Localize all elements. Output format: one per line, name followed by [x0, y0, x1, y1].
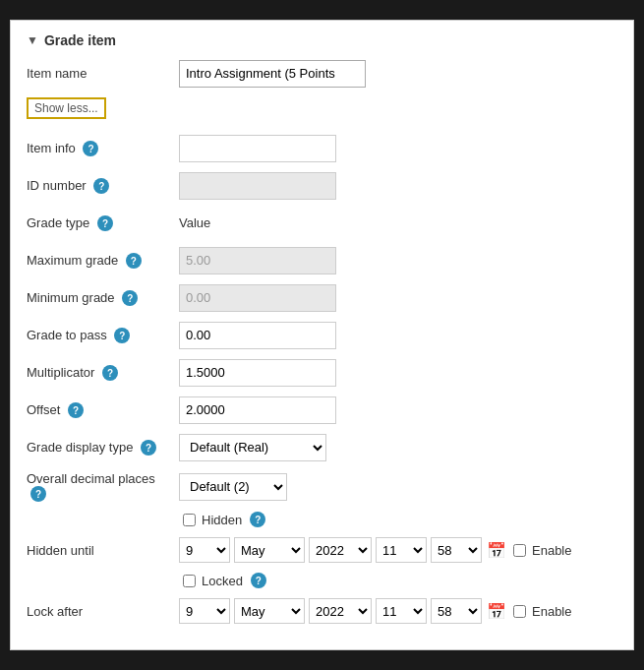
grade-type-help-icon[interactable]: ? [97, 215, 113, 231]
lock-after-day-select[interactable]: 9 [179, 598, 230, 624]
id-number-input-col [179, 172, 617, 200]
grade-display-type-row: Grade display type ? Default (Real) [27, 434, 617, 461]
item-info-row: Item info ? [27, 135, 617, 162]
max-grade-input-col [179, 247, 617, 274]
hidden-until-year-select[interactable]: 2022 [309, 537, 372, 563]
decimal-places-select-col: Default (2) [179, 473, 617, 501]
lock-after-row: Lock after 9 May 2022 11 58 📅 Enable [27, 598, 617, 624]
offset-help-icon[interactable]: ? [68, 402, 84, 418]
grade-type-row: Grade type ? Value [27, 210, 617, 237]
grade-display-type-select-col: Default (Real) [179, 434, 617, 461]
decimal-places-select[interactable]: Default (2) [179, 473, 287, 501]
hidden-until-label: Hidden until [27, 543, 179, 558]
item-name-row: Item name [27, 60, 617, 88]
grade-to-pass-help-icon[interactable]: ? [114, 328, 130, 343]
decimal-places-help-icon[interactable]: ? [30, 486, 46, 502]
hidden-until-day-select[interactable]: 9 [179, 537, 230, 563]
decimal-places-row: Overall decimal places ? Default (2) [27, 471, 617, 503]
multiplicator-row: Multiplicator ? [27, 359, 617, 387]
item-info-input-col [179, 135, 617, 162]
item-info-label: Item info ? [27, 141, 179, 157]
item-name-label: Item name [27, 66, 179, 81]
id-number-row: ID number ? [27, 172, 617, 200]
hidden-row: Hidden ? [27, 512, 617, 527]
lock-after-enable-label: Enable [532, 604, 571, 619]
item-name-input[interactable] [179, 60, 366, 88]
locked-checkbox[interactable] [183, 575, 196, 587]
decimal-places-label: Overall decimal places ? [27, 471, 179, 503]
lock-after-year-select[interactable]: 2022 [309, 598, 372, 624]
max-grade-input[interactable] [179, 247, 336, 274]
min-grade-help-icon[interactable]: ? [122, 290, 138, 306]
lock-after-label: Lock after [27, 604, 179, 619]
grade-to-pass-input[interactable] [179, 322, 336, 349]
hidden-until-enable-label: Enable [532, 543, 571, 558]
lock-after-month-select[interactable]: May [234, 598, 305, 624]
hidden-until-enable-checkbox[interactable] [513, 544, 526, 557]
offset-label: Offset ? [27, 402, 179, 419]
multiplicator-input-col [179, 359, 617, 387]
hidden-until-controls: 9 May 2022 11 58 📅 Enable [179, 537, 571, 563]
grade-display-type-label: Grade display type ? [27, 440, 179, 457]
hidden-checkbox[interactable] [183, 514, 196, 526]
hidden-help-icon[interactable]: ? [250, 512, 265, 527]
min-grade-row: Minimum grade ? [27, 284, 617, 312]
toggle-icon[interactable]: ▼ [27, 33, 38, 47]
multiplicator-input[interactable] [179, 359, 336, 387]
offset-input[interactable] [179, 396, 336, 424]
lock-after-calendar-icon[interactable]: 📅 [486, 600, 507, 622]
hidden-until-hour-select[interactable]: 11 [376, 537, 427, 563]
hidden-until-row: Hidden until 9 May 2022 11 58 📅 Enable [27, 537, 617, 563]
show-less-button[interactable]: Show less... [27, 97, 106, 119]
multiplicator-help-icon[interactable]: ? [102, 365, 118, 381]
offset-input-col [179, 396, 617, 424]
locked-help-icon[interactable]: ? [251, 573, 266, 588]
id-number-input[interactable] [179, 172, 336, 200]
grade-item-panel: ▼ Grade item Item name Show less... Item… [10, 20, 634, 651]
id-number-label: ID number ? [27, 178, 179, 195]
max-grade-label: Maximum grade ? [27, 253, 179, 270]
item-info-help-icon[interactable]: ? [83, 141, 98, 156]
grade-type-label: Grade type ? [27, 215, 179, 232]
max-grade-help-icon[interactable]: ? [126, 253, 142, 269]
hidden-until-month-select[interactable]: May [234, 537, 305, 563]
locked-row: Locked ? [27, 573, 617, 588]
min-grade-input[interactable] [179, 284, 336, 312]
grade-type-value: Value [179, 215, 617, 230]
offset-row: Offset ? [27, 396, 617, 424]
lock-after-minute-select[interactable]: 58 [431, 598, 482, 624]
item-name-input-col [179, 60, 617, 88]
min-grade-input-col [179, 284, 617, 312]
item-info-input[interactable] [179, 135, 336, 162]
grade-display-type-help-icon[interactable]: ? [141, 440, 156, 456]
locked-label: Locked [202, 574, 243, 588]
grade-display-type-select[interactable]: Default (Real) [179, 434, 326, 461]
hidden-label: Hidden [202, 513, 242, 527]
multiplicator-label: Multiplicator ? [27, 365, 179, 382]
id-number-help-icon[interactable]: ? [93, 178, 109, 194]
section-header: ▼ Grade item [27, 32, 617, 48]
grade-to-pass-row: Grade to pass ? [27, 322, 617, 349]
hidden-until-minute-select[interactable]: 58 [431, 537, 482, 563]
grade-to-pass-input-col [179, 322, 617, 349]
max-grade-row: Maximum grade ? [27, 247, 617, 274]
lock-after-enable-checkbox[interactable] [513, 605, 526, 618]
grade-to-pass-label: Grade to pass ? [27, 328, 179, 344]
lock-after-controls: 9 May 2022 11 58 📅 Enable [179, 598, 571, 624]
min-grade-label: Minimum grade ? [27, 290, 179, 307]
lock-after-hour-select[interactable]: 11 [376, 598, 427, 624]
section-title: Grade item [44, 32, 116, 48]
hidden-until-calendar-icon[interactable]: 📅 [486, 539, 507, 561]
